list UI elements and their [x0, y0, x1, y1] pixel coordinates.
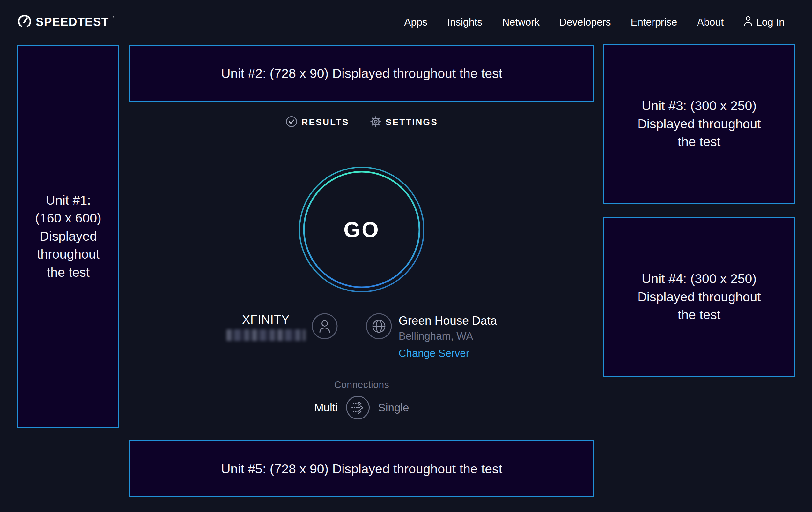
login-label: Log In	[756, 16, 785, 28]
isp-ip-redacted	[227, 329, 306, 341]
connections-single-option[interactable]: Single	[378, 401, 409, 414]
connections-section: Connections Multi Single	[129, 379, 594, 420]
nav-menu: Apps Insights Network Developers Enterpr…	[404, 15, 785, 29]
results-settings-tabs: RESULTS	[129, 115, 594, 129]
server-name: Green House Data	[399, 314, 497, 328]
nav-item-network[interactable]: Network	[502, 16, 539, 28]
server-panel: XFINITY Green House Data Bellingham,	[129, 313, 594, 362]
ad-unit-1-skyscraper[interactable]: Unit #1: (160 x 600) Displayed throughou…	[17, 45, 119, 428]
gear-icon	[370, 115, 382, 129]
tab-settings-label: SETTINGS	[385, 117, 438, 127]
tab-results[interactable]: RESULTS	[285, 115, 349, 129]
server-block: Green House Data Bellingham, WA Change S…	[399, 313, 497, 362]
nav-item-insights[interactable]: Insights	[447, 16, 482, 28]
speedometer-gauge-icon	[17, 14, 32, 30]
isp-block: XFINITY	[227, 313, 306, 341]
ad-unit-5-leaderboard[interactable]: Unit #5: (728 x 90) Displayed throughout…	[129, 440, 594, 497]
ad-unit-5-text: Unit #5: (728 x 90) Displayed throughout…	[221, 460, 502, 478]
go-label: GO	[298, 166, 426, 293]
speedtest-logo[interactable]: SPEEDTEST ’	[17, 14, 114, 30]
ad-unit-4-rectangle[interactable]: Unit #4: (300 x 250) Displayed throughou…	[603, 217, 795, 377]
nav-item-enterprise[interactable]: Enterprise	[631, 16, 677, 28]
brand-title: SPEEDTEST	[36, 15, 109, 29]
login-button[interactable]: Log In	[744, 15, 785, 29]
multi-arrows-circle-icon[interactable]	[345, 395, 370, 420]
ad-unit-4-text: Unit #4: (300 x 250) Displayed throughou…	[637, 270, 761, 324]
user-circle-icon	[311, 313, 338, 341]
connections-multi-option[interactable]: Multi	[314, 401, 338, 414]
login-user-icon	[744, 15, 753, 29]
globe-circle-icon	[366, 313, 392, 341]
speedtest-page: SPEEDTEST ’ Apps Insights Network Develo…	[0, 0, 812, 512]
ad-unit-2-text: Unit #2: (728 x 90) Displayed throughout…	[221, 64, 502, 83]
brand-trademark: ’	[113, 15, 114, 22]
check-circle-icon	[285, 115, 297, 129]
tab-settings[interactable]: SETTINGS	[370, 115, 438, 129]
ad-unit-3-text: Unit #3: (300 x 250) Displayed throughou…	[637, 97, 761, 151]
ad-unit-3-rectangle[interactable]: Unit #3: (300 x 250) Displayed throughou…	[603, 44, 795, 204]
top-nav-bar: SPEEDTEST ’ Apps Insights Network Develo…	[0, 0, 812, 44]
ad-unit-1-text: Unit #1: (160 x 600) Displayed throughou…	[35, 191, 101, 281]
isp-name[interactable]: XFINITY	[242, 313, 290, 327]
server-location: Bellingham, WA	[399, 328, 473, 344]
nav-item-apps[interactable]: Apps	[404, 16, 427, 28]
nav-item-developers[interactable]: Developers	[559, 16, 611, 28]
tab-results-label: RESULTS	[301, 117, 349, 127]
nav-item-about[interactable]: About	[697, 16, 724, 28]
change-server-link[interactable]: Change Server	[399, 344, 469, 362]
go-button[interactable]: GO	[298, 166, 426, 293]
ad-unit-2-leaderboard[interactable]: Unit #2: (728 x 90) Displayed throughout…	[129, 45, 594, 102]
connections-toggle-row: Multi Single	[129, 395, 594, 420]
connections-label: Connections	[129, 379, 594, 390]
